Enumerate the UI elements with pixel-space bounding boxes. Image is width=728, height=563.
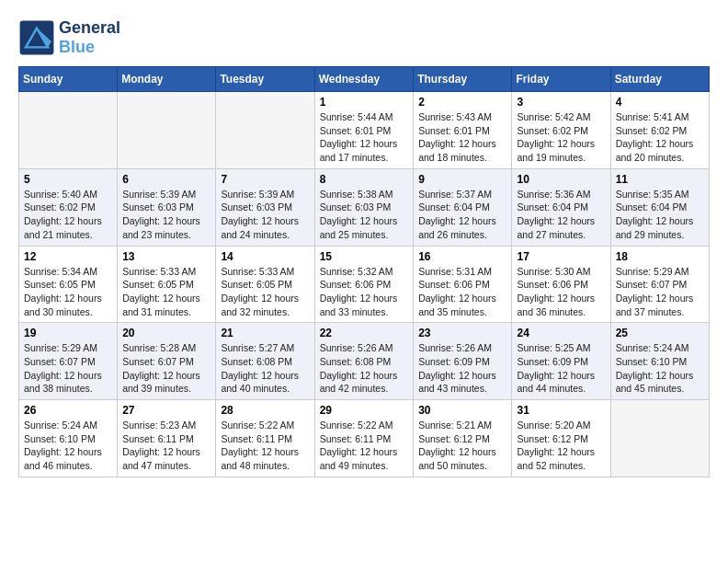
day-info: Sunrise: 5:22 AM Sunset: 6:11 PM Dayligh… <box>221 419 309 473</box>
day-number: 2 <box>418 96 506 109</box>
calendar-week-row: 12Sunrise: 5:34 AM Sunset: 6:05 PM Dayli… <box>19 246 710 323</box>
day-number: 1 <box>320 96 409 109</box>
column-header-wednesday: Wednesday <box>314 67 414 92</box>
calendar-cell: 19Sunrise: 5:29 AM Sunset: 6:07 PM Dayli… <box>19 323 118 400</box>
calendar-cell: 22Sunrise: 5:26 AM Sunset: 6:08 PM Dayli… <box>314 323 414 400</box>
calendar-cell: 5Sunrise: 5:40 AM Sunset: 6:02 PM Daylig… <box>19 168 118 246</box>
day-info: Sunrise: 5:38 AM Sunset: 6:03 PM Dayligh… <box>320 188 409 242</box>
day-number: 11 <box>616 173 704 186</box>
calendar-cell <box>118 92 216 169</box>
day-info: Sunrise: 5:40 AM Sunset: 6:02 PM Dayligh… <box>24 188 112 242</box>
day-number: 28 <box>221 404 309 417</box>
calendar-cell <box>610 400 709 477</box>
day-number: 25 <box>616 327 704 339</box>
day-info: Sunrise: 5:29 AM Sunset: 6:07 PM Dayligh… <box>616 265 704 319</box>
day-info: Sunrise: 5:39 AM Sunset: 6:03 PM Dayligh… <box>122 188 210 242</box>
day-info: Sunrise: 5:41 AM Sunset: 6:02 PM Dayligh… <box>616 110 704 165</box>
day-info: Sunrise: 5:44 AM Sunset: 6:01 PM Dayligh… <box>320 110 409 165</box>
calendar-cell: 21Sunrise: 5:27 AM Sunset: 6:08 PM Dayli… <box>216 323 314 400</box>
calendar-cell: 3Sunrise: 5:42 AM Sunset: 6:02 PM Daylig… <box>512 92 610 169</box>
page-header: General Blue <box>18 18 710 57</box>
day-info: Sunrise: 5:33 AM Sunset: 6:05 PM Dayligh… <box>122 265 210 319</box>
day-info: Sunrise: 5:21 AM Sunset: 6:12 PM Dayligh… <box>418 419 506 473</box>
calendar-week-row: 1Sunrise: 5:44 AM Sunset: 6:01 PM Daylig… <box>19 92 710 169</box>
calendar-cell: 28Sunrise: 5:22 AM Sunset: 6:11 PM Dayli… <box>216 400 314 477</box>
day-number: 29 <box>320 404 409 417</box>
day-number: 12 <box>24 250 112 263</box>
day-info: Sunrise: 5:43 AM Sunset: 6:01 PM Dayligh… <box>418 110 506 165</box>
day-info: Sunrise: 5:34 AM Sunset: 6:05 PM Dayligh… <box>24 265 112 319</box>
day-info: Sunrise: 5:32 AM Sunset: 6:06 PM Dayligh… <box>320 265 409 319</box>
day-info: Sunrise: 5:42 AM Sunset: 6:02 PM Dayligh… <box>517 110 605 165</box>
day-number: 20 <box>122 327 210 339</box>
day-number: 31 <box>517 404 605 417</box>
day-number: 7 <box>221 173 309 186</box>
day-info: Sunrise: 5:29 AM Sunset: 6:07 PM Dayligh… <box>24 341 112 396</box>
column-header-saturday: Saturday <box>610 67 709 92</box>
day-info: Sunrise: 5:33 AM Sunset: 6:05 PM Dayligh… <box>221 265 309 319</box>
calendar-cell: 23Sunrise: 5:26 AM Sunset: 6:09 PM Dayli… <box>414 323 512 400</box>
day-info: Sunrise: 5:25 AM Sunset: 6:09 PM Dayligh… <box>517 341 605 396</box>
calendar-header-row: SundayMondayTuesdayWednesdayThursdayFrid… <box>19 67 710 92</box>
calendar-cell: 20Sunrise: 5:28 AM Sunset: 6:07 PM Dayli… <box>118 323 216 400</box>
day-number: 17 <box>517 250 605 263</box>
day-number: 5 <box>24 173 112 186</box>
calendar-table: SundayMondayTuesdayWednesdayThursdayFrid… <box>18 66 710 477</box>
day-info: Sunrise: 5:27 AM Sunset: 6:08 PM Dayligh… <box>221 341 309 396</box>
calendar-cell: 16Sunrise: 5:31 AM Sunset: 6:06 PM Dayli… <box>414 246 512 323</box>
day-info: Sunrise: 5:35 AM Sunset: 6:04 PM Dayligh… <box>616 188 704 242</box>
day-number: 16 <box>418 250 506 263</box>
day-info: Sunrise: 5:24 AM Sunset: 6:10 PM Dayligh… <box>616 341 704 396</box>
calendar-cell: 8Sunrise: 5:38 AM Sunset: 6:03 PM Daylig… <box>314 168 414 246</box>
day-number: 9 <box>418 173 506 186</box>
day-number: 22 <box>320 327 409 339</box>
day-info: Sunrise: 5:36 AM Sunset: 6:04 PM Dayligh… <box>517 188 605 242</box>
calendar-cell: 12Sunrise: 5:34 AM Sunset: 6:05 PM Dayli… <box>19 246 118 323</box>
column-header-monday: Monday <box>118 67 216 92</box>
svg-rect-0 <box>20 21 54 55</box>
calendar-cell: 29Sunrise: 5:22 AM Sunset: 6:11 PM Dayli… <box>314 400 414 477</box>
day-number: 10 <box>517 173 605 186</box>
calendar-cell: 4Sunrise: 5:41 AM Sunset: 6:02 PM Daylig… <box>610 92 709 169</box>
day-info: Sunrise: 5:22 AM Sunset: 6:11 PM Dayligh… <box>320 419 409 473</box>
calendar-cell: 15Sunrise: 5:32 AM Sunset: 6:06 PM Dayli… <box>314 246 414 323</box>
day-info: Sunrise: 5:39 AM Sunset: 6:03 PM Dayligh… <box>221 188 309 242</box>
logo-icon <box>18 19 55 56</box>
day-number: 23 <box>418 327 506 339</box>
logo-text: General Blue <box>59 18 120 57</box>
calendar-cell: 30Sunrise: 5:21 AM Sunset: 6:12 PM Dayli… <box>414 400 512 477</box>
day-info: Sunrise: 5:37 AM Sunset: 6:04 PM Dayligh… <box>418 188 506 242</box>
calendar-cell: 25Sunrise: 5:24 AM Sunset: 6:10 PM Dayli… <box>610 323 709 400</box>
calendar-week-row: 26Sunrise: 5:24 AM Sunset: 6:10 PM Dayli… <box>19 400 710 477</box>
day-number: 26 <box>24 404 112 417</box>
calendar-cell: 6Sunrise: 5:39 AM Sunset: 6:03 PM Daylig… <box>118 168 216 246</box>
calendar-cell: 24Sunrise: 5:25 AM Sunset: 6:09 PM Dayli… <box>512 323 610 400</box>
calendar-cell: 27Sunrise: 5:23 AM Sunset: 6:11 PM Dayli… <box>118 400 216 477</box>
calendar-cell: 14Sunrise: 5:33 AM Sunset: 6:05 PM Dayli… <box>216 246 314 323</box>
calendar-cell <box>216 92 314 169</box>
day-number: 13 <box>122 250 210 263</box>
day-number: 30 <box>418 404 506 417</box>
day-info: Sunrise: 5:28 AM Sunset: 6:07 PM Dayligh… <box>122 341 210 396</box>
day-number: 6 <box>122 173 210 186</box>
day-info: Sunrise: 5:26 AM Sunset: 6:08 PM Dayligh… <box>320 341 409 396</box>
column-header-tuesday: Tuesday <box>216 67 314 92</box>
day-info: Sunrise: 5:26 AM Sunset: 6:09 PM Dayligh… <box>418 341 506 396</box>
day-info: Sunrise: 5:31 AM Sunset: 6:06 PM Dayligh… <box>418 265 506 319</box>
day-number: 4 <box>616 96 704 109</box>
day-info: Sunrise: 5:20 AM Sunset: 6:12 PM Dayligh… <box>517 419 605 473</box>
calendar-cell: 7Sunrise: 5:39 AM Sunset: 6:03 PM Daylig… <box>216 168 314 246</box>
day-number: 19 <box>24 327 112 339</box>
day-number: 27 <box>122 404 210 417</box>
calendar-cell: 11Sunrise: 5:35 AM Sunset: 6:04 PM Dayli… <box>610 168 709 246</box>
column-header-thursday: Thursday <box>414 67 512 92</box>
calendar-cell: 13Sunrise: 5:33 AM Sunset: 6:05 PM Dayli… <box>118 246 216 323</box>
calendar-cell: 17Sunrise: 5:30 AM Sunset: 6:06 PM Dayli… <box>512 246 610 323</box>
day-number: 18 <box>616 250 704 263</box>
calendar-cell: 26Sunrise: 5:24 AM Sunset: 6:10 PM Dayli… <box>19 400 118 477</box>
calendar-cell: 18Sunrise: 5:29 AM Sunset: 6:07 PM Dayli… <box>610 246 709 323</box>
day-number: 14 <box>221 250 309 263</box>
calendar-week-row: 5Sunrise: 5:40 AM Sunset: 6:02 PM Daylig… <box>19 168 710 246</box>
day-number: 24 <box>517 327 605 339</box>
day-number: 3 <box>517 96 605 109</box>
